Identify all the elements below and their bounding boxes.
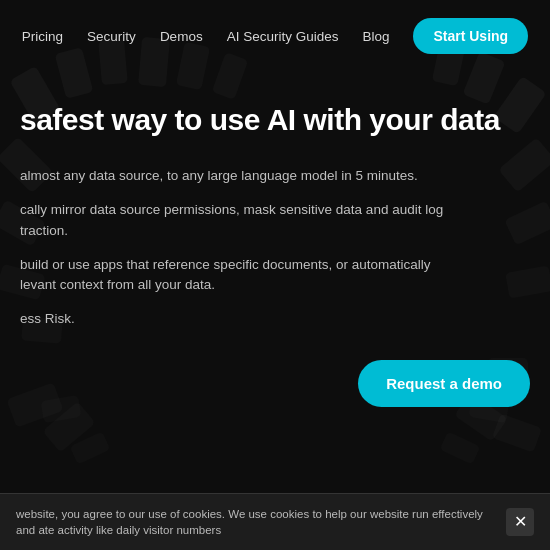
navbar: Pricing Security Demos AI Security Guide…	[0, 0, 550, 72]
start-using-button[interactable]: Start Using	[413, 18, 528, 54]
cookie-banner: website, you agree to our use of cookies…	[0, 493, 550, 550]
nav-link-demos[interactable]: Demos	[160, 29, 203, 44]
hero-actions: Request a demo	[20, 360, 530, 408]
request-demo-button[interactable]: Request a demo	[358, 360, 530, 408]
hero-features-list: almost any data source, to any large lan…	[20, 166, 530, 330]
nav-link-security[interactable]: Security	[87, 29, 136, 44]
hero-section: safest way to use AI with your data almo…	[0, 72, 550, 427]
nav-link-ai-security-guides[interactable]: AI Security Guides	[227, 29, 339, 44]
hero-title: safest way to use AI with your data	[20, 102, 530, 138]
hero-feature-2: cally mirror data source permissions, ma…	[20, 200, 450, 241]
nav-link-blog[interactable]: Blog	[362, 29, 389, 44]
nav-link-pricing[interactable]: Pricing	[22, 29, 63, 44]
cookie-close-button[interactable]: ✕	[506, 508, 534, 536]
hero-feature-4: ess Risk.	[20, 309, 450, 329]
cookie-text: website, you agree to our use of cookies…	[16, 506, 496, 538]
hero-feature-3: build or use apps that reference specifi…	[20, 255, 450, 296]
hero-feature-1: almost any data source, to any large lan…	[20, 166, 450, 186]
